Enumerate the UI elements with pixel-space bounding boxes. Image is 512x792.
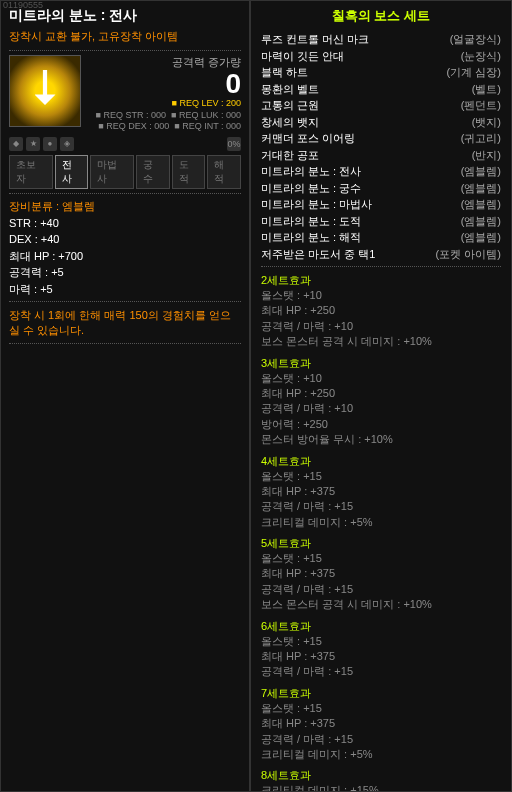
set-effect-line: 공격력 / 마력 : +15 <box>261 664 501 679</box>
set-item-row: 미트라의 분노 : 전사(엠블렘) <box>261 163 501 180</box>
item-tooltip-panel: 01190555 미트라의 분노 : 전사 장착시 교환 불가, 고유장착 아이… <box>0 0 250 792</box>
set-effect-header: 8세트효과 <box>261 768 501 783</box>
class-tab-마법사[interactable]: 마법사 <box>90 155 134 189</box>
class-tab-궁수[interactable]: 궁수 <box>136 155 170 189</box>
set-item-name: 커맨더 포스 이어링 <box>261 130 355 147</box>
set-effect-line: 크리티컬 데미지 : +15% <box>261 783 501 792</box>
item-title: 미트라의 분노 : 전사 <box>9 7 241 25</box>
set-effect-header: 3세트효과 <box>261 356 501 371</box>
req-str: ■ REQ STR : 000 <box>96 110 166 120</box>
set-effect-line: 크리티컬 데미지 : +5% <box>261 515 501 530</box>
set-effect-line: 최대 HP : +250 <box>261 303 501 318</box>
divider <box>261 266 501 267</box>
set-effect-line: 최대 HP : +375 <box>261 566 501 581</box>
pct-label: 0% <box>227 137 241 151</box>
divider <box>9 343 241 344</box>
mini-icon-row: ◆ ★ ● ◈ 0% <box>9 137 241 151</box>
set-item-row: 마력이 깃든 안대(눈장식) <box>261 48 501 65</box>
set-item-slot: (엠블렘) <box>461 229 501 246</box>
item-subtitle: 장착시 교환 불가, 고유장착 아이템 <box>9 29 241 44</box>
mini-icon: ★ <box>26 137 40 151</box>
divider <box>9 193 241 194</box>
class-tab-초보자[interactable]: 초보자 <box>9 155 53 189</box>
set-item-slot: (반지) <box>472 147 501 164</box>
flavor-text: 장착 시 1회에 한해 매력 150의 경험치를 얻으실 수 있습니다. <box>9 308 241 339</box>
set-item-slot: (엠블렘) <box>461 180 501 197</box>
item-icon <box>9 55 81 127</box>
set-effect-line: 최대 HP : +375 <box>261 649 501 664</box>
stat-line: DEX : +40 <box>9 231 241 248</box>
set-effect-panel: 칠흑의 보스 세트 루즈 컨트롤 머신 마크(얼굴장식)마력이 깃든 안대(눈장… <box>250 0 512 792</box>
set-effect-line: 공격력 / 마력 : +10 <box>261 319 501 334</box>
set-item-slot: (기계 심장) <box>447 64 501 81</box>
set-effect-line: 최대 HP : +250 <box>261 386 501 401</box>
set-effect-line: 몬스터 방어율 무시 : +10% <box>261 432 501 447</box>
set-item-name: 고통의 근원 <box>261 97 319 114</box>
set-item-slot: (얼굴장식) <box>450 31 501 48</box>
set-item-name: 창세의 뱃지 <box>261 114 319 131</box>
req-dex: ■ REQ DEX : 000 <box>98 121 169 131</box>
set-item-name: 몽환의 벨트 <box>261 81 319 98</box>
stat-line: STR : +40 <box>9 215 241 232</box>
set-effect-header: 6세트효과 <box>261 619 501 634</box>
set-item-name: 미트라의 분노 : 해적 <box>261 229 361 246</box>
stat-line: 공격력 : +5 <box>9 264 241 281</box>
mini-icon: ◆ <box>9 137 23 151</box>
set-effect-line: 공격력 / 마력 : +15 <box>261 499 501 514</box>
set-item-name: 미트라의 분노 : 궁수 <box>261 180 361 197</box>
set-item-name: 마력이 깃든 안대 <box>261 48 344 65</box>
req-int: ■ REQ INT : 000 <box>174 121 241 131</box>
set-effect-header: 5세트효과 <box>261 536 501 551</box>
stat-line: 최대 HP : +700 <box>9 248 241 265</box>
set-item-name: 미트라의 분노 : 마법사 <box>261 196 372 213</box>
divider <box>9 301 241 302</box>
set-item-slot: (눈장식) <box>461 48 501 65</box>
set-item-row: 루즈 컨트롤 머신 마크(얼굴장식) <box>261 31 501 48</box>
mini-icon: ◈ <box>60 137 74 151</box>
category-value: 엠블렘 <box>62 200 95 212</box>
set-item-row: 저주받은 마도서 중 택1(포켓 아이템) <box>261 246 501 263</box>
set-item-row: 미트라의 분노 : 궁수(엠블렘) <box>261 180 501 197</box>
set-effect-line: 방어력 : +250 <box>261 417 501 432</box>
set-effect-header: 2세트효과 <box>261 273 501 288</box>
set-title: 칠흑의 보스 세트 <box>261 7 501 25</box>
set-item-name: 저주받은 마도서 중 택1 <box>261 246 375 263</box>
set-effect-line: 올스탯 : +15 <box>261 634 501 649</box>
set-item-name: 블랙 하트 <box>261 64 308 81</box>
class-tab-전사[interactable]: 전사 <box>55 155 89 189</box>
category-label: 장비분류 : <box>9 200 59 212</box>
set-effect-header: 4세트효과 <box>261 454 501 469</box>
set-effect-line: 올스탯 : +15 <box>261 469 501 484</box>
set-item-row: 미트라의 분노 : 해적(엠블렘) <box>261 229 501 246</box>
set-effect-line: 보스 몬스터 공격 시 데미지 : +10% <box>261 597 501 612</box>
set-effect-line: 공격력 / 마력 : +15 <box>261 582 501 597</box>
set-effect-line: 최대 HP : +375 <box>261 716 501 731</box>
class-tab-해적[interactable]: 해적 <box>207 155 241 189</box>
set-item-row: 미트라의 분노 : 마법사(엠블렘) <box>261 196 501 213</box>
set-effect-line: 보스 몬스터 공격 시 데미지 : +10% <box>261 334 501 349</box>
set-item-row: 거대한 공포(반지) <box>261 147 501 164</box>
class-tab-도적[interactable]: 도적 <box>172 155 206 189</box>
set-effect-line: 최대 HP : +375 <box>261 484 501 499</box>
set-item-slot: (귀고리) <box>461 130 501 147</box>
set-item-row: 창세의 뱃지(뱃지) <box>261 114 501 131</box>
set-item-row: 미트라의 분노 : 도적(엠블렘) <box>261 213 501 230</box>
set-item-slot: (엠블렘) <box>461 213 501 230</box>
set-item-name: 거대한 공포 <box>261 147 319 164</box>
stat-line: 마력 : +5 <box>9 281 241 298</box>
mini-icon: ● <box>43 137 57 151</box>
set-effect-line: 올스탯 : +10 <box>261 288 501 303</box>
set-item-slot: (엠블렘) <box>461 196 501 213</box>
set-item-slot: (펜던트) <box>461 97 501 114</box>
req-luk: ■ REQ LUK : 000 <box>171 110 241 120</box>
atk-increase-label: 공격력 증가량 <box>89 55 241 70</box>
set-item-name: 미트라의 분노 : 전사 <box>261 163 361 180</box>
set-item-slot: (포켓 아이템) <box>436 246 501 263</box>
set-item-name: 루즈 컨트롤 머신 마크 <box>261 31 369 48</box>
set-item-slot: (엠블렘) <box>461 163 501 180</box>
item-id: 01190555 <box>3 0 43 10</box>
set-effect-line: 공격력 / 마력 : +10 <box>261 401 501 416</box>
set-effect-line: 공격력 / 마력 : +15 <box>261 732 501 747</box>
set-effect-line: 올스탯 : +15 <box>261 551 501 566</box>
set-item-slot: (뱃지) <box>472 114 501 131</box>
